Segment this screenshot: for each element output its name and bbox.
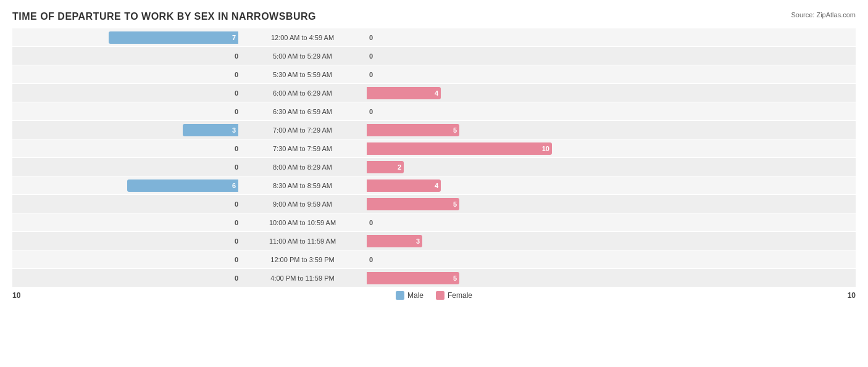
female-bar: 2 xyxy=(367,161,404,173)
male-value-label: 0 xyxy=(235,256,238,263)
female-legend-box xyxy=(436,291,444,300)
male-bar: 3 xyxy=(183,124,238,136)
time-label: 5:30 AM to 5:59 AM xyxy=(241,71,364,78)
left-section: 3 xyxy=(12,124,241,136)
legend-female: Female xyxy=(436,291,472,300)
male-value-label: 0 xyxy=(235,219,238,226)
female-value-label: 0 xyxy=(367,256,373,263)
chart-title: TIME OF DEPARTURE TO WORK BY SEX IN NARR… xyxy=(12,11,316,22)
legend-male: Male xyxy=(396,291,424,300)
time-label: 6:30 AM to 6:59 AM xyxy=(241,108,364,115)
bar-row: 07:30 AM to 7:59 AM10 xyxy=(12,139,856,158)
right-section: 0 xyxy=(364,34,593,41)
female-bar: 4 xyxy=(367,87,441,99)
female-bar: 5 xyxy=(367,272,459,284)
bar-row: 06:30 AM to 6:59 AM0 xyxy=(12,102,856,121)
right-section: 0 xyxy=(364,52,593,60)
male-value-label: 0 xyxy=(235,71,238,78)
male-value-label: 0 xyxy=(235,163,238,171)
bar-row: 04:00 PM to 11:59 PM5 xyxy=(12,269,856,287)
female-bar: 3 xyxy=(367,235,422,247)
left-section: 0 xyxy=(12,274,241,282)
female-legend-label: Female xyxy=(448,291,472,300)
female-value-label: 4 xyxy=(435,89,438,97)
axis-left-label: 10 xyxy=(12,291,20,300)
left-section: 0 xyxy=(12,108,241,115)
male-bar: 7 xyxy=(109,31,238,44)
title-row: TIME OF DEPARTURE TO WORK BY SEX IN NARR… xyxy=(12,11,856,22)
male-value-label: 7 xyxy=(232,34,236,41)
bar-row: 08:00 AM to 8:29 AM2 xyxy=(12,158,856,176)
right-section: 10 xyxy=(364,142,593,155)
left-section: 0 xyxy=(12,219,241,226)
female-value-label: 5 xyxy=(453,200,457,208)
female-value-label: 0 xyxy=(367,219,373,226)
female-value-label: 3 xyxy=(416,237,420,245)
chart-area: 712:00 AM to 4:59 AM005:00 AM to 5:29 AM… xyxy=(12,28,856,287)
bar-row: 09:00 AM to 9:59 AM5 xyxy=(12,195,856,213)
female-bar: 4 xyxy=(367,179,441,192)
bar-row: 05:00 AM to 5:29 AM0 xyxy=(12,47,856,65)
left-section: 6 xyxy=(12,179,241,192)
time-label: 7:30 AM to 7:59 AM xyxy=(241,145,364,152)
left-section: 0 xyxy=(12,71,241,78)
female-value-label: 0 xyxy=(367,71,373,78)
male-value-label: 6 xyxy=(232,182,236,189)
right-section: 4 xyxy=(364,87,593,99)
right-section: 5 xyxy=(364,272,593,284)
right-section: 5 xyxy=(364,198,593,210)
female-bar: 10 xyxy=(367,142,552,155)
female-value-label: 10 xyxy=(542,145,549,152)
male-legend-label: Male xyxy=(407,291,424,300)
time-label: 10:00 AM to 10:59 AM xyxy=(241,219,364,226)
time-label: 9:00 AM to 9:59 AM xyxy=(241,200,364,208)
male-value-label: 0 xyxy=(235,52,238,60)
time-label: 11:00 AM to 11:59 AM xyxy=(241,237,364,245)
male-value-label: 3 xyxy=(232,126,236,134)
left-section: 0 xyxy=(12,145,241,152)
left-section: 0 xyxy=(12,89,241,97)
bar-row: 012:00 PM to 3:59 PM0 xyxy=(12,250,856,269)
time-label: 8:00 AM to 8:29 AM xyxy=(241,163,364,171)
bar-row: 06:00 AM to 6:29 AM4 xyxy=(12,84,856,102)
left-section: 0 xyxy=(12,52,241,60)
time-label: 12:00 PM to 3:59 PM xyxy=(241,256,364,263)
female-bar: 5 xyxy=(367,198,459,210)
left-section: 0 xyxy=(12,163,241,171)
male-legend-box xyxy=(396,291,404,300)
female-value-label: 0 xyxy=(367,52,373,60)
female-value-label: 2 xyxy=(398,163,401,171)
left-section: 0 xyxy=(12,200,241,208)
left-section: 0 xyxy=(12,256,241,263)
left-section: 0 xyxy=(12,237,241,245)
right-section: 5 xyxy=(364,124,593,136)
male-value-label: 0 xyxy=(235,108,238,115)
source-text: Source: ZipAtlas.com xyxy=(791,11,856,19)
female-value-label: 0 xyxy=(367,34,373,41)
time-label: 7:00 AM to 7:29 AM xyxy=(241,126,364,134)
axis-right-label: 10 xyxy=(848,291,856,300)
bar-row: 712:00 AM to 4:59 AM0 xyxy=(12,28,856,47)
bar-row: 011:00 AM to 11:59 AM3 xyxy=(12,232,856,250)
right-section: 0 xyxy=(364,256,593,263)
right-section: 0 xyxy=(364,71,593,78)
time-label: 4:00 PM to 11:59 PM xyxy=(241,274,364,282)
male-value-label: 0 xyxy=(235,89,238,97)
male-bar: 6 xyxy=(127,179,238,192)
bar-row: 37:00 AM to 7:29 AM5 xyxy=(12,121,856,139)
time-label: 5:00 AM to 5:29 AM xyxy=(241,52,364,60)
right-section: 0 xyxy=(364,219,593,226)
male-value-label: 0 xyxy=(235,274,238,282)
female-bar: 5 xyxy=(367,124,459,136)
time-label: 12:00 AM to 4:59 AM xyxy=(241,34,364,41)
time-label: 6:00 AM to 6:29 AM xyxy=(241,89,364,97)
legend: Male Female xyxy=(396,291,472,300)
right-section: 2 xyxy=(364,161,593,173)
male-value-label: 0 xyxy=(235,200,238,208)
bar-row: 68:30 AM to 8:59 AM4 xyxy=(12,176,856,195)
male-value-label: 0 xyxy=(235,237,238,245)
female-value-label: 5 xyxy=(453,126,457,134)
right-section: 3 xyxy=(364,235,593,247)
bottom-row: 10 Male Female 10 xyxy=(12,291,856,300)
bar-row: 05:30 AM to 5:59 AM0 xyxy=(12,65,856,84)
